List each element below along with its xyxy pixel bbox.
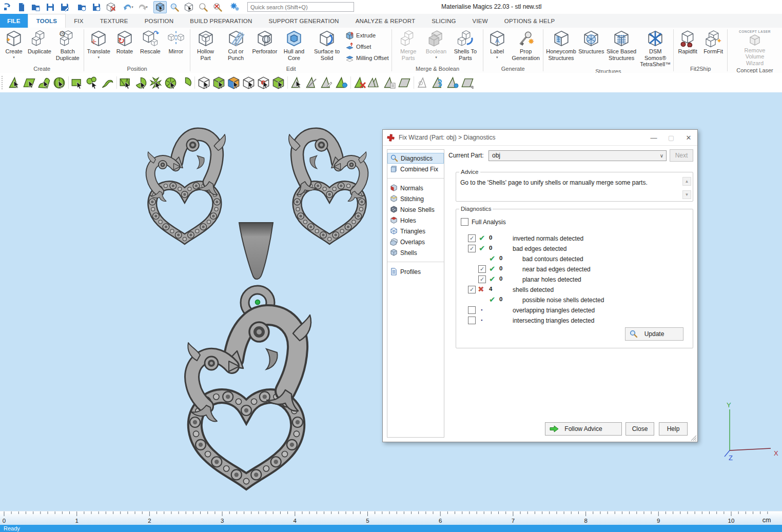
batch-duplicate-button[interactable]: ⚙Batch Duplicate <box>52 28 83 61</box>
window-selection-icon[interactable] <box>119 76 133 90</box>
delete-triangles-icon[interactable] <box>353 76 367 90</box>
tab-build-preparation[interactable]: BUILD PREPARATION <box>182 14 260 28</box>
label-button[interactable]: ALabel▾ <box>484 28 510 60</box>
orient-triangle-icon[interactable] <box>446 76 460 90</box>
nav-item-holes[interactable]: Holes <box>387 215 444 226</box>
nav-item-profiles[interactable]: Profiles <box>387 266 444 277</box>
milling-offset-button[interactable]: Milling Offset <box>345 52 388 64</box>
row-checkbox[interactable]: ✓ <box>478 275 486 283</box>
select-triangles-icon[interactable] <box>8 76 22 90</box>
row-checkbox[interactable]: ✓ <box>468 234 476 242</box>
prop-generation-button[interactable]: ✸Prop Generation <box>510 28 542 61</box>
tab-options-help[interactable]: OPTIONS & HELP <box>496 14 563 28</box>
extrude-button[interactable]: Extrude <box>345 30 388 41</box>
zoom-in-icon[interactable] <box>197 1 210 13</box>
nav-item-combined-fix[interactable]: Combined Fix <box>387 164 444 174</box>
circle-selection-icon[interactable] <box>164 76 178 90</box>
plane-tool-icon[interactable] <box>398 76 412 90</box>
quick-settings-icon[interactable] <box>228 1 242 13</box>
formfit-button[interactable]: ✦FormFit <box>700 28 726 55</box>
save-as-icon[interactable] <box>58 1 71 13</box>
toolbar-drag-handle[interactable] <box>2 76 5 89</box>
new-project-icon[interactable] <box>15 1 28 13</box>
fill-hole-icon[interactable] <box>335 76 348 90</box>
sector-selection-icon[interactable] <box>179 76 192 90</box>
rescale-button[interactable]: ↷Rescale <box>138 28 163 55</box>
shells-to-parts-button[interactable]: Shells To Parts <box>449 28 482 61</box>
undo-icon[interactable]: ▾ <box>122 1 135 13</box>
tab-slicing[interactable]: SLICING <box>423 14 464 28</box>
mirror-button[interactable]: Mirror <box>163 28 189 55</box>
tab-analyze-report[interactable]: ANALYZE & REPORT <box>347 14 424 28</box>
nav-item-stitching[interactable]: Stitching <box>387 193 444 204</box>
zoom-fit-part-icon[interactable] <box>153 1 167 13</box>
surface-to-solid-button[interactable]: Surface to Solid <box>310 28 343 61</box>
scroll-down-icon[interactable]: ▼ <box>682 190 691 199</box>
triangle-measure-icon[interactable] <box>305 76 319 90</box>
help-button[interactable]: Help <box>659 422 688 436</box>
nav-item-diagnostics[interactable]: Diagnostics <box>387 153 444 164</box>
perforator-button[interactable]: Perforator <box>252 28 278 55</box>
tab-fix[interactable]: FIX <box>66 14 92 28</box>
select-shells-icon[interactable] <box>52 76 66 90</box>
honeycomb-structures-button[interactable]: Honeycomb Structures <box>544 28 578 61</box>
view-box-icon[interactable] <box>182 1 196 13</box>
selection-to-part-icon[interactable] <box>383 76 397 90</box>
cylinder-selection-icon[interactable] <box>134 76 148 90</box>
nav-item-normals[interactable]: Normals <box>387 183 444 193</box>
select-colored-icon[interactable] <box>227 76 241 90</box>
brush-selection-icon[interactable] <box>86 76 100 90</box>
select-surfaces-icon[interactable] <box>37 76 51 90</box>
follow-advice-button[interactable]: Follow Advice <box>545 422 622 436</box>
resize-grip[interactable] <box>690 435 697 441</box>
create-button[interactable]: ✦Create▾ <box>1 28 27 60</box>
next-button[interactable]: Next <box>670 149 693 162</box>
flip-quad-icon[interactable] <box>461 76 475 90</box>
select-planes-icon[interactable] <box>23 76 36 90</box>
load-platform-icon[interactable] <box>75 1 89 13</box>
search-input[interactable] <box>247 2 354 12</box>
select-shell-icon[interactable] <box>271 76 285 90</box>
cut-or-punch-button[interactable]: Cut or Punch <box>220 28 252 61</box>
row-checkbox[interactable] <box>468 306 476 314</box>
rectangle-selection-icon[interactable] <box>71 76 85 90</box>
close-button[interactable]: Close <box>625 422 654 436</box>
nav-item-noise-shells[interactable]: Noise Shells <box>387 204 444 215</box>
rotate-button[interactable]: ↻Rotate <box>112 28 138 55</box>
full-analysis-checkbox[interactable] <box>461 218 468 226</box>
update-button[interactable]: Update <box>625 327 683 341</box>
duplicate-button[interactable]: Duplicate <box>27 28 52 55</box>
structures-button[interactable]: Structures <box>578 28 605 55</box>
tab-tools[interactable]: TOOLS <box>28 14 66 28</box>
remove-parts-icon[interactable] <box>104 1 118 13</box>
minimize-button[interactable]: — <box>645 131 662 144</box>
nav-item-triangles[interactable]: Triangles <box>387 226 444 237</box>
tab-file[interactable]: FILE <box>0 14 28 28</box>
import-part-icon[interactable] <box>1 1 14 13</box>
tab-position[interactable]: POSITION <box>136 14 182 28</box>
rapidfit-button[interactable]: Rapidfit <box>675 28 700 55</box>
row-checkbox[interactable] <box>468 317 476 324</box>
scroll-up-icon[interactable]: ▲ <box>682 177 691 186</box>
tab-support-generation[interactable]: SUPPORT GENERATION <box>260 14 347 28</box>
hollow-part-button[interactable]: Hollow Part <box>191 28 220 61</box>
select-on-part-icon[interactable] <box>212 76 226 90</box>
save-platform-icon[interactable] <box>90 1 103 13</box>
close-x-button[interactable]: ✕ <box>680 131 697 144</box>
row-checkbox[interactable]: ✓ <box>468 286 476 293</box>
save-icon[interactable] <box>44 1 57 13</box>
sphere-selection-icon[interactable] <box>149 76 163 90</box>
polyline-selection-icon[interactable] <box>101 76 114 90</box>
offset-button[interactable]: Offset <box>345 41 388 52</box>
dialog-title-bar[interactable]: Fix Wizard (Part: obj) > Diagnostics — ▢… <box>383 130 697 146</box>
select-core-icon[interactable] <box>257 76 270 90</box>
triangle-sketch-icon[interactable] <box>320 76 334 90</box>
create-triangle-icon[interactable] <box>416 76 430 90</box>
triangle-tool-icon[interactable] <box>290 76 304 90</box>
unzoom-icon[interactable] <box>211 1 224 13</box>
hull-and-core-button[interactable]: Hull and Core <box>278 28 310 61</box>
current-part-combobox[interactable]: obj ∨ <box>488 150 667 161</box>
zoom-selection-icon[interactable] <box>168 1 181 13</box>
invert-selection-icon[interactable] <box>368 76 382 90</box>
advice-scrollbar[interactable]: ▲ ▼ <box>683 177 691 199</box>
